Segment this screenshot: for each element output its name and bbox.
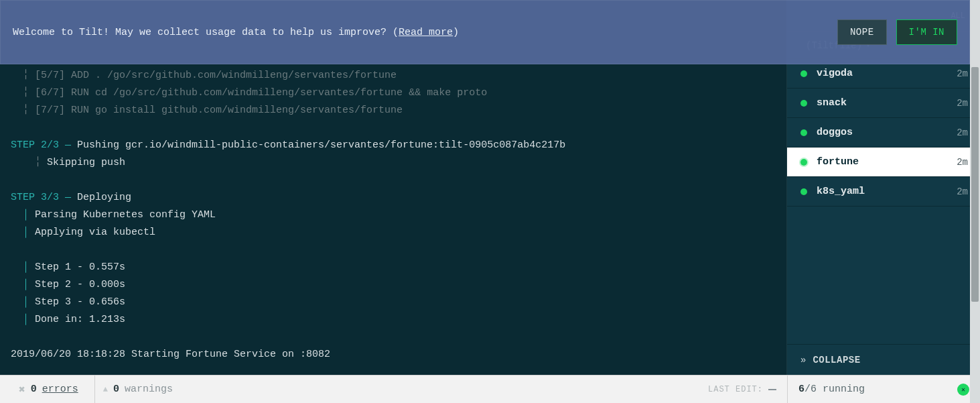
connection-status-icon[interactable]: ✕ bbox=[957, 384, 969, 396]
status-dot-icon bbox=[800, 129, 807, 136]
sidebar-item-label: vigoda bbox=[817, 68, 947, 79]
close-icon: ✖ bbox=[19, 383, 25, 396]
status-bar: ✖ 0 errors ▲ 0 warnings LAST EDIT: 6/6 r… bbox=[0, 375, 980, 403]
sidebar-item-time: 2m bbox=[957, 157, 968, 168]
status-dot-icon bbox=[800, 100, 807, 107]
collapse-button[interactable]: » COLLAPSE bbox=[787, 344, 980, 375]
last-edit-label: LAST EDIT: bbox=[708, 385, 776, 394]
sidebar-item-doggos[interactable]: doggos 2m bbox=[787, 118, 980, 148]
sidebar-item-fortune[interactable]: fortune 2m bbox=[787, 148, 980, 177]
sidebar-item-k8s-yaml[interactable]: k8s_yaml 2m bbox=[787, 177, 980, 207]
sidebar-item-label: k8s_yaml bbox=[817, 186, 947, 197]
sidebar-item-time: 2m bbox=[957, 127, 968, 138]
collapse-label: COLLAPSE bbox=[813, 355, 860, 365]
errors-pill[interactable]: ✖ 0 errors bbox=[11, 376, 95, 403]
warnings-pill[interactable]: ▲ 0 warnings bbox=[95, 384, 181, 395]
im-in-button[interactable]: I'M IN bbox=[896, 19, 957, 45]
sidebar-item-time: 2m bbox=[957, 68, 968, 79]
warning-triangle-icon: ▲ bbox=[103, 385, 108, 394]
log-line: ╎ [6/7] RUN cd /go/src/github.com/windmi… bbox=[11, 87, 487, 99]
sidebar-item-time: 2m bbox=[957, 186, 968, 197]
log-line: 2019/06/20 18:18:28 Starting Fortune Ser… bbox=[11, 349, 330, 360]
running-count: 6/6 running bbox=[798, 384, 865, 395]
sidebar-item-label: snack bbox=[817, 97, 947, 109]
nope-button[interactable]: NOPE bbox=[837, 19, 887, 45]
sidebar-item-label: fortune bbox=[817, 156, 947, 168]
scrollbar[interactable] bbox=[970, 0, 980, 403]
consent-banner: Welcome to Tilt! May we collect usage da… bbox=[0, 0, 970, 64]
status-dot-icon bbox=[800, 159, 807, 166]
scrollbar-thumb[interactable] bbox=[971, 67, 979, 302]
read-more-link[interactable]: Read more bbox=[399, 27, 453, 38]
status-dot-icon bbox=[800, 188, 807, 195]
status-dot-icon bbox=[800, 70, 807, 77]
step-header: STEP 2/3 bbox=[11, 139, 59, 151]
dash-icon bbox=[768, 389, 776, 390]
step-header: STEP 3/3 bbox=[11, 192, 59, 203]
log-line: ╎ [7/7] RUN go install github.com/windmi… bbox=[11, 105, 403, 116]
sidebar-item-snack[interactable]: snack 2m bbox=[787, 89, 980, 118]
sidebar-item-label: doggos bbox=[817, 127, 947, 138]
log-line: ╎ [5/7] ADD . /go/src/github.com/windmil… bbox=[11, 70, 397, 81]
sidebar-item-time: 2m bbox=[957, 98, 968, 109]
chevron-right-double-icon: » bbox=[800, 355, 803, 365]
resource-list: vigoda 2m snack 2m doggos 2m fortune 2m bbox=[787, 59, 980, 344]
banner-text: Welcome to Tilt! May we collect usage da… bbox=[13, 27, 459, 38]
